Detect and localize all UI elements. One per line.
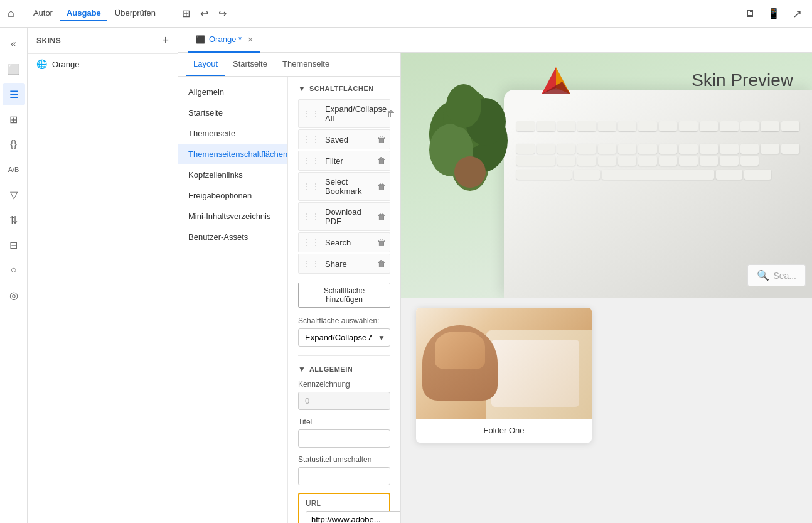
nav-ausgabe[interactable]: Ausgabe xyxy=(60,6,107,21)
kennzeichnung-field: Kennzeichnung xyxy=(298,380,390,410)
nav-themenseitenschaltflachen[interactable]: Themenseitenschaltflächen xyxy=(178,144,287,164)
statustitel-field: Statustitel umschalten xyxy=(298,455,390,485)
btn-filter-label: Filter xyxy=(325,156,343,166)
skins-panel: SKINS + 🌐 Orange xyxy=(28,28,178,523)
folder-card-label: Folder One xyxy=(416,419,592,443)
redo-btn[interactable]: ↪ xyxy=(216,5,229,22)
undo-btn[interactable]: ↩ xyxy=(198,5,211,22)
detail-panel: ▼ SCHALTFLÄCHEN ⋮⋮ Expand/Collapse All � xyxy=(288,77,400,523)
preview-bottom: Folder One xyxy=(401,298,812,455)
drag-handle-saved[interactable]: ⋮⋮ xyxy=(302,134,320,144)
nav-startseite[interactable]: Startseite xyxy=(178,102,287,123)
allgemein-collapse-btn[interactable]: ▼ xyxy=(298,365,306,374)
globe-icon: 🌐 xyxy=(36,59,47,69)
globe2-nav-btn[interactable]: ◎ xyxy=(3,284,25,306)
url-input[interactable] xyxy=(306,511,400,523)
add-schaltflache-btn[interactable]: Schaltfläche hinzufügen xyxy=(298,283,390,308)
circle-nav-btn[interactable]: ○ xyxy=(3,259,25,281)
delete-filter-btn[interactable]: 🗑 xyxy=(377,156,386,166)
filter-nav-btn[interactable]: ▽ xyxy=(3,183,25,206)
list-item: ⋮⋮ Share 🗑 xyxy=(298,254,390,274)
main-nav: Autor Ausgabe Überprüfen xyxy=(27,6,162,21)
tab-orange[interactable]: ⬛ Orange * × xyxy=(188,28,260,53)
url-input-row: 🔍 xyxy=(306,511,383,523)
code-nav-btn[interactable]: {} xyxy=(3,133,25,156)
desktop-view-btn[interactable]: 🖥 xyxy=(742,6,757,22)
table-nav-btn[interactable]: ⊟ xyxy=(3,234,25,256)
skins-add-btn[interactable]: + xyxy=(162,34,169,47)
allgemein-section-header: ▼ ALLGEMEIN xyxy=(298,365,390,374)
titel-input[interactable] xyxy=(298,429,390,448)
home-icon[interactable]: ⌂ xyxy=(8,7,14,20)
allgemein-section: ▼ ALLGEMEIN Kennzeichnung Titel xyxy=(298,365,390,523)
keyboard-row3 xyxy=(504,154,812,168)
delete-share-btn[interactable]: 🗑 xyxy=(377,259,386,269)
preview-top-section: Skin Preview 🔍 Sea... xyxy=(401,53,812,298)
skins-header: SKINS + xyxy=(28,28,178,54)
drag-handle-filter[interactable]: ⋮⋮ xyxy=(302,156,320,166)
divider xyxy=(298,355,390,356)
tab-themenseite[interactable]: Themenseite xyxy=(275,53,337,76)
skins-title: SKINS xyxy=(36,36,61,45)
folder-image xyxy=(416,308,592,419)
delete-bookmark-btn[interactable]: 🗑 xyxy=(377,181,386,191)
tab-layout[interactable]: Layout xyxy=(186,53,225,76)
drag-handle-pdf[interactable]: ⋮⋮ xyxy=(302,212,320,222)
nav-kopfzeilenlinks[interactable]: Kopfzeilenlinks xyxy=(178,164,287,185)
delete-pdf-btn[interactable]: 🗑 xyxy=(377,212,386,222)
url-label: URL xyxy=(306,499,383,508)
tab-label: Orange * xyxy=(209,35,242,44)
schaltflache-select[interactable]: Expand/Collapse All Saved Filter Select … xyxy=(298,328,390,347)
drag-handle-bookmark[interactable]: ⋮⋮ xyxy=(302,181,320,191)
preview-panel: Skin Preview 🔍 Sea... xyxy=(401,53,812,523)
panels-container: Layout Startseite Themenseite Allgemein … xyxy=(178,53,812,523)
delete-search-btn[interactable]: 🗑 xyxy=(377,237,386,247)
skins-item-orange[interactable]: 🌐 Orange xyxy=(28,54,178,74)
delete-expand-btn[interactable]: 🗑 xyxy=(387,109,395,119)
collapse-sidebar-btn[interactable]: « xyxy=(3,33,25,55)
drag-handle-search[interactable]: ⋮⋮ xyxy=(302,237,320,247)
nav-uberpruefen[interactable]: Überprüfen xyxy=(109,6,162,21)
page-nav-btn[interactable]: ⬜ xyxy=(3,58,25,80)
delete-saved-btn[interactable]: 🗑 xyxy=(377,134,386,144)
topbar: ⌂ Autor Ausgabe Überprüfen ⊞ ↩ ↪ 🖥 📱 ↗ xyxy=(0,0,812,28)
settings-body: Allgemein Startseite Themenseite Themens… xyxy=(178,77,400,523)
drag-handle-share[interactable]: ⋮⋮ xyxy=(302,259,320,269)
url-field-wrapper: URL 🔍 xyxy=(298,493,390,523)
grid-nav-btn[interactable]: ⊞ xyxy=(3,108,25,131)
tab-bar: ⬛ Orange * × xyxy=(178,28,812,53)
schaltflachen-title: SCHALTFLÄCHEN xyxy=(309,85,374,92)
cursor-btn[interactable]: ↗ xyxy=(790,4,804,23)
tab-icon: ⬛ xyxy=(196,35,205,44)
titel-field: Titel xyxy=(298,418,390,448)
list-item: ⋮⋮ Download PDF 🗑 xyxy=(298,202,390,231)
schaltflache-select-field: Schaltfläche auswählen: Expand/Collapse … xyxy=(298,316,390,347)
kennzeichnung-input[interactable] xyxy=(298,392,390,410)
nav-freigabeoptionen[interactable]: Freigabeoptionen xyxy=(178,185,287,206)
statustitel-input[interactable] xyxy=(298,467,390,485)
tablet-view-btn[interactable]: 📱 xyxy=(765,5,783,22)
btn-pdf-label: Download PDF xyxy=(325,207,377,226)
drag-handle-expand[interactable]: ⋮⋮ xyxy=(302,109,320,119)
skin-preview-title: Skin Preview xyxy=(692,70,793,90)
keyboard-keys xyxy=(504,102,812,144)
svg-point-6 xyxy=(446,84,481,128)
nav-themenseite[interactable]: Themenseite xyxy=(178,123,287,144)
nav-mini-inhaltsverzeichnis[interactable]: Mini-Inhaltsverzeichnis xyxy=(178,206,287,227)
nav-benutzer-assets[interactable]: Benutzer-Assets xyxy=(178,227,287,247)
arrange-nav-btn[interactable]: ⇅ xyxy=(3,208,25,231)
topbar-left: ⌂ Autor Ausgabe Überprüfen ⊞ ↩ ↪ xyxy=(8,5,229,22)
nav-autor[interactable]: Autor xyxy=(27,6,59,21)
skins-item-label: Orange xyxy=(52,60,79,69)
settings-inner: Layout Startseite Themenseite Allgemein … xyxy=(178,53,400,523)
schaltflachen-collapse-btn[interactable]: ▼ xyxy=(298,84,306,93)
tab-close-btn[interactable]: × xyxy=(248,35,253,45)
tab-startseite[interactable]: Startseite xyxy=(225,53,275,76)
folder-card: Folder One xyxy=(416,308,592,443)
save-icon-btn[interactable]: ⊞ xyxy=(179,5,193,22)
main-layout: « ⬜ ☰ ⊞ {} A/B ▽ ⇅ ⊟ ○ ◎ SKINS + 🌐 Orang… xyxy=(0,28,812,523)
list-nav-btn[interactable]: ☰ xyxy=(3,83,25,105)
ab-nav-btn[interactable]: A/B xyxy=(3,158,25,181)
btn-share-label: Share xyxy=(325,259,347,269)
nav-allgemein[interactable]: Allgemein xyxy=(178,82,287,102)
